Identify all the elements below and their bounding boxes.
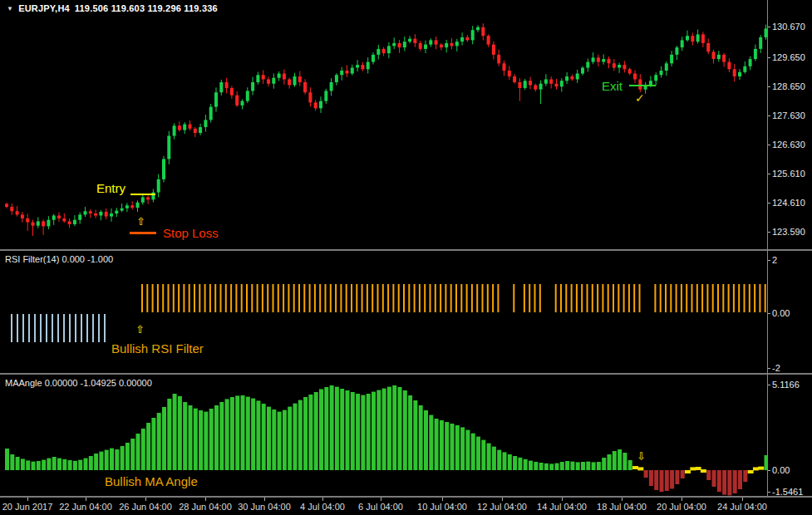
axis-label: -1.5461	[772, 487, 803, 496]
time-label: 26 Jun 04:00	[119, 502, 172, 512]
ohlc-readout: 119.506 119.603 119.296 119.336	[75, 3, 218, 13]
bear-candle	[733, 69, 736, 76]
ma-bullish-bar	[539, 463, 544, 470]
bull-candle	[670, 55, 673, 63]
bear-candle	[513, 76, 516, 82]
rsi-bullish-bar	[555, 284, 557, 312]
ma-bullish-bar	[173, 394, 177, 470]
rsi-bullish-bar	[487, 284, 489, 312]
bull-candle	[471, 30, 475, 40]
rsi-bullish-bar	[450, 284, 452, 312]
bear-candle	[481, 27, 485, 36]
bear-candle	[529, 81, 532, 85]
ma-bullish-bar	[262, 404, 266, 470]
ma-bullish-bar	[628, 460, 632, 470]
bull-candle	[73, 220, 76, 224]
ma-bullish-bar	[408, 395, 412, 470]
ma-bullish-bar	[278, 412, 282, 470]
rsi-bullish-bar	[513, 284, 514, 312]
ma-bullish-bar	[73, 461, 77, 470]
ma-bearish-bar	[675, 470, 679, 484]
symbol-period-label: EURJPY,H4	[18, 3, 70, 13]
time-tick	[322, 498, 323, 501]
time-label: 20 Jul 04:00	[657, 502, 706, 512]
ma-bullish-bar	[251, 399, 255, 470]
ma-bullish-bar	[330, 385, 334, 470]
rsi-filter-panel[interactable]: RSI Filter(14) 0.000 -1.000 ⇧ Bullish RS…	[0, 251, 812, 373]
ma-bullish-bar	[435, 419, 439, 470]
ma-bullish-bar	[267, 407, 271, 470]
rsi-bullish-bar	[367, 284, 368, 312]
time-label: 22 Jun 04:00	[59, 502, 112, 512]
ma-bullish-bar	[413, 400, 417, 470]
symbol-dropdown-icon[interactable]: ▼	[7, 5, 13, 12]
ma-bullish-bar	[613, 451, 617, 470]
ma-bullish-bar	[32, 462, 36, 470]
rsi-bearish-bar	[92, 314, 94, 342]
bear-candle	[68, 221, 71, 223]
price-chart-panel[interactable]: ▼ EURJPY,H4 119.506 119.603 119.296 119.…	[0, 0, 812, 249]
ma-bullish-bar	[560, 462, 564, 470]
ma-bearish-bar	[733, 470, 737, 493]
bear-candle	[89, 211, 92, 213]
rsi-bullish-bar	[440, 284, 441, 312]
ma-angle-panel[interactable]: MAAngle 0.00000 -1.04925 0.00000 ⇩ Bulli…	[0, 375, 812, 496]
time-axis[interactable]: 20 Jun 201722 Jun 04:0026 Jun 04:0028 Ju…	[0, 498, 812, 515]
bear-candle	[308, 92, 312, 102]
ma-bullish-bar	[189, 405, 193, 470]
ma-bullish-bar	[429, 415, 433, 470]
rsi-bullish-bar	[618, 284, 619, 312]
ma-bullish-bar	[298, 400, 303, 470]
bear-candle	[608, 59, 611, 63]
stop-loss-up-arrow-icon: ⇧	[136, 216, 145, 227]
ma-flat-dash	[685, 470, 691, 473]
axis-label: 0.00	[772, 465, 790, 475]
rsi-panel-title: RSI Filter(14) 0.000 -1.000	[5, 254, 113, 264]
ma-bullish-bar	[419, 405, 423, 470]
rsi-bullish-bar	[623, 284, 625, 312]
bull-candle	[52, 215, 56, 219]
price-scale-divider[interactable]	[767, 0, 768, 496]
ma-flat-dash	[753, 467, 759, 470]
ma-bullish-bar	[146, 423, 150, 470]
rsi-bearish-bar	[63, 314, 65, 342]
rsi-bullish-bar	[146, 284, 148, 312]
ma-bullish-bar	[178, 396, 182, 470]
rsi-bullish-bar	[676, 284, 677, 312]
bull-candle	[335, 75, 338, 82]
chart-title-bar: ▼ EURJPY,H4 119.506 119.603 119.296 119.…	[7, 3, 218, 13]
bull-candle	[403, 42, 406, 47]
ma-bullish-bar	[141, 429, 145, 470]
ma-bearish-bar	[670, 470, 674, 488]
rsi-bullish-bar	[581, 284, 583, 312]
bull-candle	[162, 159, 165, 179]
ma-bullish-bar	[283, 410, 287, 470]
rsi-bullish-bar	[330, 284, 332, 312]
time-tick	[264, 498, 265, 501]
ma-bearish-bar	[722, 470, 726, 495]
bull-candle	[717, 55, 721, 59]
bullish-rsi-filter-label: Bullish RSI Filter	[111, 342, 204, 355]
ma-bullish-bar	[471, 434, 475, 470]
rsi-bullish-bar	[482, 284, 484, 312]
bear-candle	[16, 211, 19, 214]
ma-bullish-bar	[319, 389, 323, 470]
axis-label: 126.630	[772, 140, 805, 150]
exit-check-icon: ✓	[635, 92, 645, 104]
bear-candle	[57, 215, 61, 218]
rsi-bullish-bar	[613, 284, 614, 312]
ma-bullish-bar	[565, 461, 569, 470]
mt4-chart-window: ▼ EURJPY,H4 119.506 119.603 119.296 119.…	[0, 0, 812, 515]
ma-bullish-bar	[151, 418, 155, 470]
rsi-bullish-bar	[733, 284, 735, 312]
rsi-bullish-bar	[209, 284, 211, 312]
rsi-bullish-bar	[157, 284, 159, 312]
ma-bearish-bar	[660, 470, 664, 492]
ma-bearish-bar	[644, 470, 648, 478]
bull-candle	[278, 74, 281, 78]
bear-candle	[435, 40, 438, 44]
bear-candle	[633, 74, 637, 80]
rsi-bullish-bar	[178, 284, 180, 312]
ma-bullish-bar	[356, 394, 360, 470]
rsi-bullish-bar	[152, 284, 154, 312]
